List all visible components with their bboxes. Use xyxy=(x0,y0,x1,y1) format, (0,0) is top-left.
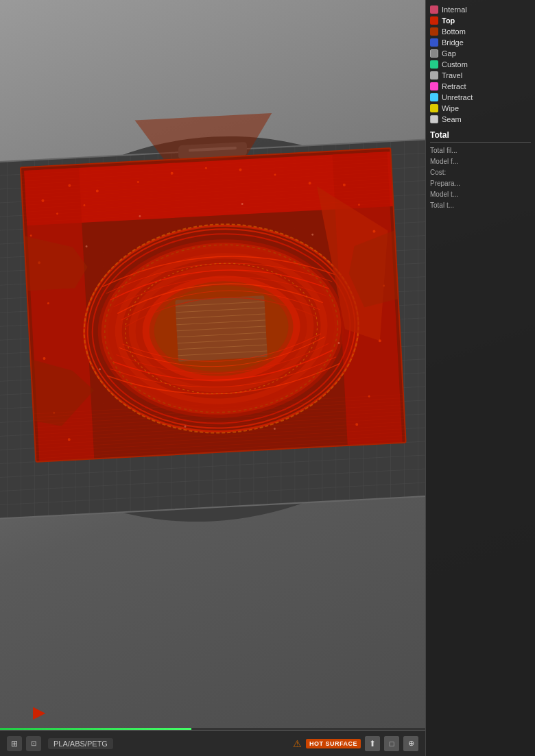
x-axis-arrow: ▶ xyxy=(33,704,45,722)
right-panel: Internal Top Bottom Bridge Gap Custom xyxy=(425,0,535,756)
grid-icon-button[interactable]: ⊞ xyxy=(7,736,22,751)
legend-color-retract xyxy=(430,82,438,90)
legend-color-travel xyxy=(430,71,438,80)
legend-item-bridge: Bridge xyxy=(430,38,531,47)
totals-section-title: Total xyxy=(430,130,531,143)
material-badge: PLA/ABS/PETG xyxy=(48,738,113,749)
legend-color-wipe xyxy=(430,104,438,112)
print-view[interactable]: Bambu Textured PEI Plate xyxy=(0,0,425,756)
hot-surface-badge: HOT SURFACE xyxy=(306,739,361,748)
legend-color-bridge xyxy=(430,38,438,47)
legend-item-gap: Gap xyxy=(430,49,531,58)
stat-model-filament: Model f... xyxy=(430,158,531,165)
stat-model-time: Model t... xyxy=(430,191,531,198)
legend-color-bottom xyxy=(430,27,438,36)
3d-scene-svg[interactable] xyxy=(0,0,425,727)
layers-icon-button[interactable]: ⊡ xyxy=(26,736,41,751)
legend-color-gap xyxy=(430,49,438,58)
legend-color-internal xyxy=(430,5,438,14)
legend-item-travel: Travel xyxy=(430,71,531,80)
layers-toggle-button[interactable]: ⬆ xyxy=(365,736,380,751)
warning-triangle-icon: ⚠ xyxy=(293,738,302,749)
main-viewport: Bambu Textured PEI Plate xyxy=(0,0,535,756)
legend-item-wipe: Wipe xyxy=(430,104,531,112)
stat-total-time: Total t... xyxy=(430,202,531,209)
legend-item-top: Top xyxy=(430,16,531,25)
stat-total-filament: Total fil... xyxy=(430,147,531,154)
legend-color-seam xyxy=(430,115,438,123)
status-bar: ⊞ ⊡ PLA/ABS/PETG ⚠ HOT SURFACE ⬆ □ ⊕ xyxy=(0,730,425,756)
legend-item-bottom: Bottom xyxy=(430,27,531,36)
stat-cost: Cost: xyxy=(430,169,531,176)
legend-item-unretract: Unretract xyxy=(430,93,531,101)
legend-item-retract: Retract xyxy=(430,82,531,90)
legend-item-seam: Seam xyxy=(430,115,531,123)
legend-color-unretract xyxy=(430,93,438,101)
legend-color-custom xyxy=(430,60,438,69)
view-mode-button[interactable]: □ xyxy=(384,736,399,751)
legend-color-top xyxy=(430,16,438,25)
legend-item-internal: Internal xyxy=(430,5,531,14)
settings-button[interactable]: ⊕ xyxy=(403,736,418,751)
legend-item-custom: Custom xyxy=(430,60,531,69)
stat-prepare-time: Prepara... xyxy=(430,180,531,187)
